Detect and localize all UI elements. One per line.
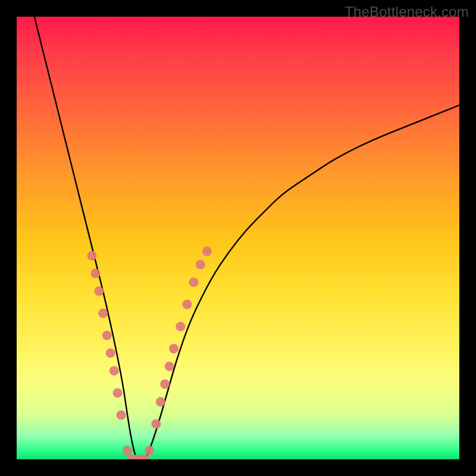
- marker-dot: [176, 322, 185, 331]
- marker-dot: [182, 300, 192, 309]
- marker-dot: [189, 277, 199, 287]
- marker-dot: [106, 348, 115, 358]
- marker-dot: [165, 362, 174, 371]
- marker-group: [87, 246, 212, 459]
- plot-frame: [17, 17, 459, 459]
- marker-dot: [94, 286, 104, 296]
- marker-dot: [123, 446, 132, 455]
- marker-dot: [160, 380, 170, 389]
- plot-area: [17, 17, 459, 459]
- marker-dot: [151, 419, 161, 429]
- watermark-text: TheBottleneck.com: [345, 4, 469, 20]
- marker-dot: [156, 397, 165, 406]
- marker-dot: [90, 269, 100, 278]
- marker-dot: [117, 411, 126, 420]
- marker-dot: [196, 260, 205, 270]
- marker-dot: [145, 446, 154, 455]
- marker-dot: [98, 309, 108, 318]
- marker-dot: [102, 331, 112, 340]
- marker-dot: [169, 344, 178, 353]
- marker-dot: [87, 251, 97, 261]
- curve-layer: [17, 17, 459, 459]
- marker-dot: [113, 388, 123, 397]
- bottleneck-curve-path: [35, 17, 459, 459]
- marker-dot: [109, 366, 119, 375]
- marker-dot: [202, 246, 212, 256]
